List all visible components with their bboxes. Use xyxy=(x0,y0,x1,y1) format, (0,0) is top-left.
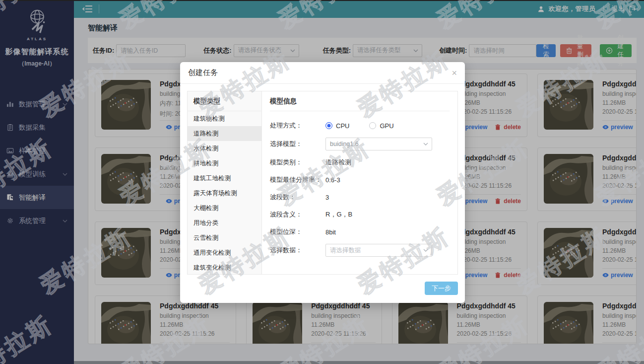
band-count-row: 波段数： 3 xyxy=(270,192,450,203)
process-mode-label: 处理方式： xyxy=(270,121,325,130)
band-count-label: 波段数： xyxy=(270,193,325,202)
select-model-dropdown[interactable]: buiding1.6 xyxy=(325,138,432,150)
model-type-item-9[interactable]: 通用变化检测 xyxy=(188,245,261,260)
model-resolution-label: 模型最佳分辨率： xyxy=(270,175,325,184)
model-info-panel: 模型信息 处理方式： CPU GPU 选择模型： buiding1.6 xyxy=(262,91,457,274)
model-type-item-4[interactable]: 建筑工地检测 xyxy=(188,171,261,186)
model-type-item-3[interactable]: 耕地检测 xyxy=(188,156,261,171)
band-meaning-label: 波段含义： xyxy=(270,210,325,219)
bit-depth-row: 模型位深： 8bit xyxy=(270,226,450,237)
cpu-radio[interactable] xyxy=(325,122,332,129)
bit-depth-label: 模型位深： xyxy=(270,227,325,236)
model-type-item-8[interactable]: 云雪检测 xyxy=(188,230,261,245)
select-model-label: 选择模型： xyxy=(270,140,325,148)
select-data-label: 选择数据： xyxy=(270,246,325,255)
select-data-dropdown[interactable]: 请选择数据 xyxy=(325,244,432,257)
model-resolution-value: 0.6-3 xyxy=(325,176,340,184)
band-meaning-row: 波段含义： R，G，B xyxy=(270,209,450,220)
create-task-modal: 创建任务 × 模型类型 建筑物检测道路检测水体检测耕地检测建筑工地检测露天体育场… xyxy=(180,62,465,303)
modal-body: 模型类型 建筑物检测道路检测水体检测耕地检测建筑工地检测露天体育场检测大棚检测用… xyxy=(187,91,458,275)
model-category-label: 模型类别： xyxy=(270,158,325,167)
model-type-item-5[interactable]: 露天体育场检测 xyxy=(188,186,261,201)
modal-title: 创建任务 xyxy=(188,68,218,77)
model-type-item-7[interactable]: 用地分类 xyxy=(188,216,261,230)
select-model-value: buiding1.6 xyxy=(330,141,359,147)
model-type-item-1[interactable]: 道路检测 xyxy=(188,126,261,141)
process-mode-row: 处理方式： CPU GPU xyxy=(270,120,450,131)
select-data-placeholder: 请选择数据 xyxy=(330,246,361,255)
bit-depth-value: 8bit xyxy=(325,228,336,236)
gpu-radio[interactable] xyxy=(369,122,376,129)
select-model-row: 选择模型： buiding1.6 xyxy=(270,138,450,150)
model-category-value: 道路检测 xyxy=(325,158,351,167)
chevron-down-icon xyxy=(423,249,428,252)
close-icon[interactable]: × xyxy=(451,69,457,77)
next-step-button[interactable]: 下一步 xyxy=(425,282,458,295)
gpu-radio-label[interactable]: GPU xyxy=(380,122,393,130)
model-type-item-0[interactable]: 建筑物检测 xyxy=(188,111,261,126)
model-resolution-row: 模型最佳分辨率： 0.6-3 xyxy=(270,174,450,185)
chevron-down-icon xyxy=(423,143,428,146)
model-category-row: 模型类别： 道路检测 xyxy=(270,157,450,168)
select-data-row: 选择数据： 请选择数据 xyxy=(270,244,450,257)
band-meaning-value: R，G，B xyxy=(325,210,352,219)
model-type-item-6[interactable]: 大棚检测 xyxy=(188,201,261,216)
model-type-panel: 模型类型 建筑物检测道路检测水体检测耕地检测建筑工地检测露天体育场检测大棚检测用… xyxy=(188,91,262,274)
cpu-radio-label[interactable]: CPU xyxy=(336,122,349,130)
model-type-item-10[interactable]: 建筑变化检测 xyxy=(188,260,261,275)
model-info-header: 模型信息 xyxy=(270,91,450,111)
model-type-header: 模型类型 xyxy=(188,91,261,111)
modal-header: 创建任务 × xyxy=(180,62,465,84)
model-type-item-2[interactable]: 水体检测 xyxy=(188,141,261,156)
band-count-value: 3 xyxy=(325,194,329,201)
